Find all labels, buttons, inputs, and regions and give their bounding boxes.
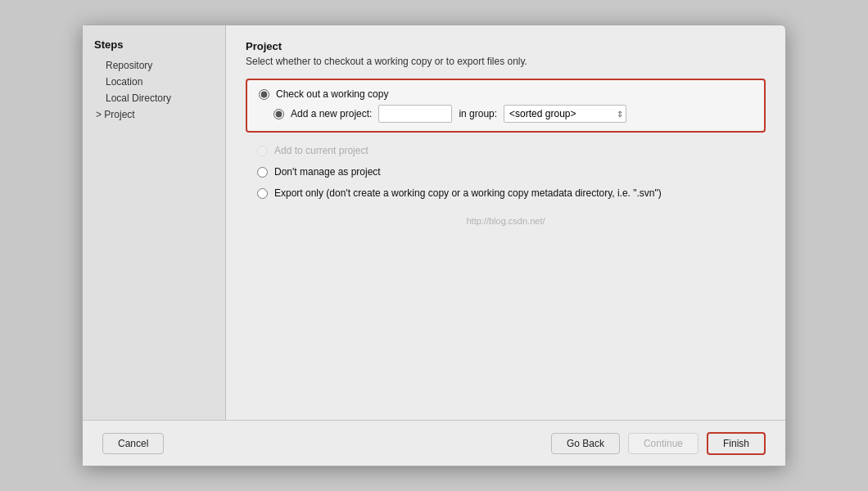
sidebar-item-repository: Repository — [83, 57, 225, 74]
continue-button: Continue — [628, 433, 698, 454]
checkout-radio[interactable] — [259, 89, 269, 100]
add-project-option-row: Add a new project: 20160524 in group: <s… — [259, 105, 753, 123]
main-content: Project Select whether to checkout a wor… — [226, 25, 785, 420]
add-to-current-radio — [257, 146, 268, 156]
project-name-input[interactable]: 20160524 — [378, 105, 452, 123]
watermark: http://blog.csdn.net/ — [246, 216, 766, 226]
main-dialog: Steps Repository Location Local Director… — [82, 25, 786, 466]
options-box: Check out a working copy Add a new proje… — [246, 79, 766, 133]
sidebar-title: Steps — [83, 38, 225, 57]
export-only-radio[interactable] — [257, 188, 268, 199]
add-new-project-label[interactable]: Add a new project: — [291, 108, 372, 119]
section-description: Select whether to checkout a working cop… — [246, 56, 766, 67]
sidebar: Steps Repository Location Local Director… — [83, 25, 226, 420]
dont-manage-label[interactable]: Don't manage as project — [274, 166, 381, 178]
finish-button[interactable]: Finish — [707, 432, 766, 455]
cancel-button[interactable]: Cancel — [102, 433, 164, 454]
dont-manage-option-row: Don't manage as project — [246, 162, 766, 182]
group-select[interactable]: <sorted group> — [504, 105, 626, 123]
dont-manage-radio[interactable] — [257, 167, 268, 178]
export-only-option-row: Export only (don't create a working copy… — [246, 183, 766, 203]
add-to-current-option-row: Add to current project — [246, 141, 766, 160]
checkout-option-row: Check out a working copy — [259, 88, 753, 100]
dialog-body: Steps Repository Location Local Director… — [83, 25, 785, 420]
checkout-label[interactable]: Check out a working copy — [276, 88, 388, 100]
sidebar-item-location: Location — [83, 74, 225, 90]
export-only-label[interactable]: Export only (don't create a working copy… — [274, 187, 662, 199]
add-to-current-label: Add to current project — [274, 145, 368, 156]
sidebar-item-local-directory: Local Directory — [83, 90, 225, 106]
in-group-label: in group: — [459, 108, 497, 119]
add-new-project-radio[interactable] — [274, 109, 284, 119]
group-select-wrapper: <sorted group> — [504, 105, 626, 123]
section-title: Project — [246, 40, 766, 52]
go-back-button[interactable]: Go Back — [551, 433, 620, 454]
sidebar-item-project: Project — [83, 106, 225, 123]
dialog-footer: Cancel Go Back Continue Finish — [83, 420, 785, 466]
